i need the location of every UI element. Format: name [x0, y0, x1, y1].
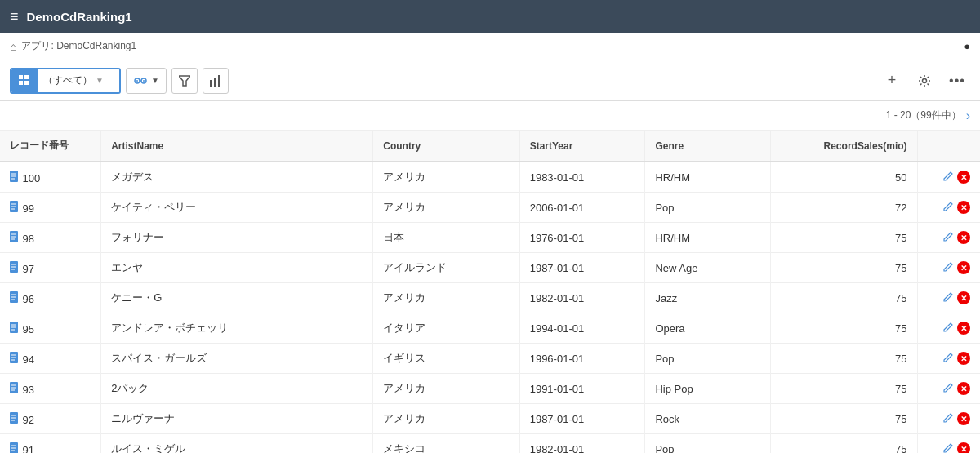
svg-rect-11: [214, 78, 216, 87]
bar-chart-icon: [210, 75, 221, 87]
edit-icon[interactable]: [942, 291, 954, 305]
record-icon: [10, 291, 18, 305]
cell-genre: Rock: [645, 404, 771, 434]
cell-record-sales: 75: [771, 434, 917, 454]
record-icon: [10, 412, 18, 426]
cell-artist: ケイティ・ペリー: [101, 193, 373, 223]
record-icon: [10, 322, 18, 335]
view-icon-button[interactable]: [11, 69, 38, 92]
edit-icon[interactable]: [942, 231, 954, 245]
cell-actions: ✕: [917, 283, 980, 313]
cell-country: アメリカ: [373, 374, 519, 404]
cell-record-no: 92: [0, 404, 101, 434]
cell-record-sales: 75: [771, 223, 917, 253]
chevron-down-icon: ▼: [151, 76, 159, 85]
delete-icon[interactable]: ✕: [957, 442, 970, 453]
cell-start-year: 1982-01-01: [519, 434, 645, 454]
cell-record-no: 95: [0, 313, 101, 344]
hamburger-icon[interactable]: ≡: [10, 8, 19, 25]
cell-record-no: 98: [0, 223, 101, 253]
table-row: 97 エンヤ アイルランド 1987-01-01 New Age 75 ✕: [0, 253, 980, 283]
delete-icon[interactable]: ✕: [957, 201, 970, 214]
cell-start-year: 2006-01-01: [519, 193, 645, 223]
chart-button[interactable]: [203, 68, 229, 94]
delete-icon[interactable]: ✕: [957, 412, 970, 425]
cell-genre: Pop: [645, 193, 771, 223]
cell-record-no: 99: [0, 193, 101, 223]
cell-country: アメリカ: [373, 193, 519, 223]
settings-button[interactable]: [911, 68, 938, 94]
edit-icon[interactable]: [942, 352, 954, 366]
edit-icon[interactable]: [942, 442, 954, 454]
cell-record-no: 97: [0, 253, 101, 283]
cell-record-sales: 75: [771, 253, 917, 283]
edit-icon[interactable]: [942, 382, 954, 396]
app-title: DemoCdRanking1: [27, 10, 132, 24]
pagination-bar: 1 - 20（99件中） ›: [0, 101, 980, 131]
table-body: 100 メガデス アメリカ 1983-01-01 HR/HM 50 ✕ 99 ケ…: [0, 162, 980, 453]
cell-genre: HR/HM: [645, 162, 771, 193]
cell-artist: アンドレア・ボチェッリ: [101, 313, 373, 344]
table-row: 99 ケイティ・ペリー アメリカ 2006-01-01 Pop 72 ✕: [0, 193, 980, 223]
table-row: 92 ニルヴァーナ アメリカ 1987-01-01 Rock 75 ✕: [0, 404, 980, 434]
col-header-genre: Genre: [645, 131, 771, 162]
delete-icon[interactable]: ✕: [957, 231, 970, 244]
svg-rect-12: [218, 75, 220, 87]
col-header-artist: ArtistName: [101, 131, 373, 162]
view-dropdown[interactable]: （すべて） ▼: [38, 69, 119, 92]
cell-start-year: 1996-01-01: [519, 344, 645, 374]
table-row: 93 2パック アメリカ 1991-01-01 Hip Pop 75 ✕: [0, 374, 980, 404]
cell-country: アメリカ: [373, 404, 519, 434]
more-button[interactable]: •••: [944, 68, 970, 94]
cell-artist: ケニー・G: [101, 283, 373, 313]
edit-icon[interactable]: [942, 261, 954, 275]
cell-record-no: 93: [0, 374, 101, 404]
cell-start-year: 1982-01-01: [519, 283, 645, 313]
records-table: レコード番号 ArtistName Country StartYear Genr…: [0, 131, 980, 453]
record-icon: [10, 442, 18, 454]
delete-icon[interactable]: ✕: [957, 352, 970, 365]
svg-rect-3: [24, 81, 29, 85]
cell-record-no: 96: [0, 283, 101, 313]
svg-marker-9: [179, 76, 190, 86]
record-icon: [10, 201, 18, 215]
cell-start-year: 1983-01-01: [519, 162, 645, 193]
filter-button[interactable]: [172, 68, 198, 94]
cell-record-no: 91: [0, 434, 101, 454]
edit-icon[interactable]: [942, 412, 954, 426]
table-row: 91 ルイス・ミゲル メキシコ 1982-01-01 Pop 75 ✕: [0, 434, 980, 454]
delete-icon[interactable]: ✕: [957, 291, 970, 304]
cell-genre: Hip Pop: [645, 374, 771, 404]
delete-icon[interactable]: ✕: [957, 382, 970, 395]
table-row: 100 メガデス アメリカ 1983-01-01 HR/HM 50 ✕: [0, 162, 980, 193]
grid-icon: [19, 75, 30, 87]
svg-rect-1: [24, 75, 29, 79]
graph-button[interactable]: ▼: [126, 68, 167, 94]
edit-icon[interactable]: [942, 171, 954, 184]
cell-record-sales: 75: [771, 404, 917, 434]
delete-icon[interactable]: ✕: [957, 322, 970, 335]
edit-icon[interactable]: [942, 201, 954, 215]
cell-actions: ✕: [917, 344, 980, 374]
cell-country: アメリカ: [373, 162, 519, 193]
toolbar-right: + •••: [879, 68, 970, 94]
view-selector[interactable]: （すべて） ▼: [10, 68, 121, 94]
home-icon[interactable]: ⌂: [10, 40, 16, 53]
delete-icon[interactable]: ✕: [957, 261, 970, 274]
cell-record-sales: 75: [771, 283, 917, 313]
add-icon: +: [888, 72, 897, 89]
col-header-country: Country: [373, 131, 519, 162]
svg-point-7: [136, 80, 138, 82]
delete-icon[interactable]: ✕: [957, 171, 970, 184]
cell-record-sales: 50: [771, 162, 917, 193]
add-button[interactable]: +: [879, 68, 905, 94]
more-icon: •••: [949, 73, 965, 88]
dropdown-arrow-icon: ▼: [96, 76, 104, 85]
edit-icon[interactable]: [942, 322, 954, 335]
pagination-next-icon[interactable]: ›: [966, 109, 970, 123]
cell-record-sales: 72: [771, 193, 917, 223]
cell-actions: ✕: [917, 404, 980, 434]
table-container: レコード番号 ArtistName Country StartYear Genr…: [0, 131, 980, 453]
table-row: 95 アンドレア・ボチェッリ イタリア 1994-01-01 Opera 75 …: [0, 313, 980, 344]
cell-start-year: 1987-01-01: [519, 404, 645, 434]
